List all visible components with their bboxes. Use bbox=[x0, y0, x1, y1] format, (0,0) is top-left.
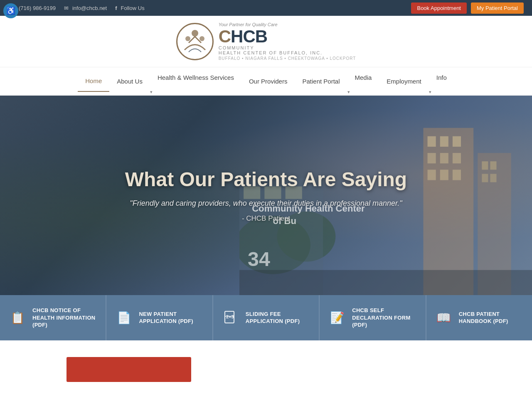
svg-text:34: 34 bbox=[248, 248, 270, 270]
hero-section: 34 Community Health Center of Bu What Ou… bbox=[0, 96, 532, 295]
hero-content: What Our Patients Are Saying "Friendly a… bbox=[117, 160, 415, 231]
svg-rect-18 bbox=[428, 170, 436, 180]
email-address: info@chcb.net bbox=[72, 5, 107, 11]
follow-us-label: Follow Us bbox=[121, 5, 145, 11]
site-header: Your Partner for Quality Care CHCB COMMU… bbox=[0, 16, 532, 67]
nav-item-info: Info bbox=[429, 67, 454, 95]
doc-text-sliding-fee: SLIDING FEE APPLICATION (PDF) bbox=[246, 310, 310, 325]
top-bar: (716) 986-9199 info@chcb.net Follow Us B… bbox=[0, 0, 532, 16]
doc-icon-sliding-fee: 2×3 bbox=[222, 308, 240, 327]
doc-text-new-patient: NEW PATIENT APPLICATION (PDF) bbox=[139, 310, 204, 325]
logo-subtitle: COMMUNITY bbox=[219, 45, 356, 50]
doc-text-notice: CHCB NOTICE OF HEALTH INFORMATION (PDF) bbox=[32, 307, 97, 329]
book-appointment-button[interactable]: Book Appointment bbox=[411, 2, 467, 14]
doc-card-sliding-fee[interactable]: 2×3 SLIDING FEE APPLICATION (PDF) bbox=[213, 295, 320, 340]
svg-rect-24 bbox=[482, 174, 488, 182]
accessibility-icon: ♿ bbox=[6, 6, 15, 15]
logo-locations: BUFFALO • NIAGARA FALLS • CHEEKTOWAGA • … bbox=[219, 56, 356, 61]
svg-rect-26 bbox=[239, 270, 532, 295]
doc-card-new-patient[interactable]: 📄 NEW PATIENT APPLICATION (PDF) bbox=[106, 295, 213, 340]
hero-quote: "Friendly and caring providers, who exec… bbox=[125, 199, 407, 208]
svg-rect-15 bbox=[428, 153, 436, 163]
nav-link-home[interactable]: Home bbox=[78, 71, 109, 92]
logo-brand-chcb: CHCB bbox=[219, 28, 267, 45]
nav-item-about: About Us bbox=[109, 71, 150, 91]
logo-full-name: HEALTH CENTER OF BUFFALO, INC. bbox=[219, 50, 356, 55]
svg-rect-20 bbox=[453, 170, 461, 180]
hero-attribution: - CHCB Patient bbox=[125, 214, 407, 223]
nav-item-providers: Our Providers bbox=[241, 71, 295, 91]
nav-item-patient-portal: Patient Portal bbox=[295, 71, 347, 91]
svg-rect-25 bbox=[490, 174, 496, 182]
logo-text-area: Your Partner for Quality Care CHCB COMMU… bbox=[219, 22, 356, 61]
logo-circle bbox=[176, 23, 214, 60]
follow-us-link[interactable]: Follow Us bbox=[115, 5, 144, 11]
doc-card-self-declaration[interactable]: 📝 CHCB SELF DECLARATION FORM (PDF) bbox=[320, 295, 426, 340]
nav-link-employment[interactable]: Employment bbox=[379, 71, 429, 91]
doc-icon-self-declaration: 📝 bbox=[328, 308, 346, 327]
doc-card-handbook[interactable]: 📖 CHCB PATIENT HANDBOOK (PDF) bbox=[426, 295, 532, 340]
nav-link-about[interactable]: About Us bbox=[109, 71, 150, 91]
bottom-section bbox=[0, 340, 532, 382]
nav-item-media: Media bbox=[347, 67, 379, 95]
nav-item-employment: Employment bbox=[379, 71, 429, 91]
svg-rect-22 bbox=[482, 161, 488, 170]
hero-title: What Our Patients Are Saying bbox=[125, 168, 407, 191]
svg-point-0 bbox=[192, 30, 198, 37]
email-icon bbox=[64, 5, 70, 11]
facebook-icon bbox=[115, 5, 118, 11]
doc-icon-new-patient: 📄 bbox=[115, 308, 133, 327]
accessibility-button[interactable]: ♿ bbox=[3, 3, 18, 18]
main-nav: Home About Us Health & Wellness Services… bbox=[0, 67, 532, 96]
svg-rect-23 bbox=[490, 161, 496, 170]
top-bar-right: Book Appointment My Patient Portal bbox=[411, 2, 524, 14]
doc-card-notice[interactable]: 📋 CHCB NOTICE OF HEALTH INFORMATION (PDF… bbox=[0, 295, 106, 340]
svg-rect-12 bbox=[428, 136, 436, 147]
svg-text:2×3: 2×3 bbox=[226, 314, 234, 319]
nav-list: Home About Us Health & Wellness Services… bbox=[78, 67, 454, 95]
nav-link-providers[interactable]: Our Providers bbox=[241, 71, 295, 91]
svg-rect-16 bbox=[440, 153, 448, 163]
email-link[interactable]: info@chcb.net bbox=[64, 5, 107, 11]
svg-rect-13 bbox=[440, 136, 448, 147]
doc-cards-section: 📋 CHCB NOTICE OF HEALTH INFORMATION (PDF… bbox=[0, 295, 532, 340]
doc-text-self-declaration: CHCB SELF DECLARATION FORM (PDF) bbox=[352, 307, 417, 329]
bottom-red-block bbox=[66, 357, 191, 382]
doc-text-handbook: CHCB PATIENT HANDBOOK (PDF) bbox=[459, 310, 524, 325]
doc-icon-handbook: 📖 bbox=[435, 308, 453, 327]
top-bar-left: (716) 986-9199 info@chcb.net Follow Us bbox=[8, 5, 145, 11]
my-patient-portal-button[interactable]: My Patient Portal bbox=[471, 2, 524, 14]
logo-svg bbox=[180, 27, 209, 56]
nav-link-media[interactable]: Media bbox=[347, 67, 379, 88]
nav-item-home: Home bbox=[78, 71, 109, 92]
svg-rect-17 bbox=[453, 153, 461, 163]
svg-rect-14 bbox=[453, 136, 461, 147]
nav-link-patient-portal[interactable]: Patient Portal bbox=[295, 71, 347, 91]
svg-point-2 bbox=[200, 36, 204, 41]
nav-link-info[interactable]: Info bbox=[429, 67, 454, 88]
nav-item-services: Health & Wellness Services bbox=[150, 67, 241, 95]
logo-brand-line: CHCB bbox=[219, 28, 356, 45]
doc-icon-notice: 📋 bbox=[8, 308, 27, 327]
svg-point-1 bbox=[185, 36, 190, 41]
svg-rect-19 bbox=[440, 170, 448, 180]
nav-link-services[interactable]: Health & Wellness Services bbox=[150, 67, 241, 88]
logo-area: Your Partner for Quality Care CHCB COMMU… bbox=[176, 22, 356, 61]
phone-number: (716) 986-9199 bbox=[19, 5, 56, 11]
